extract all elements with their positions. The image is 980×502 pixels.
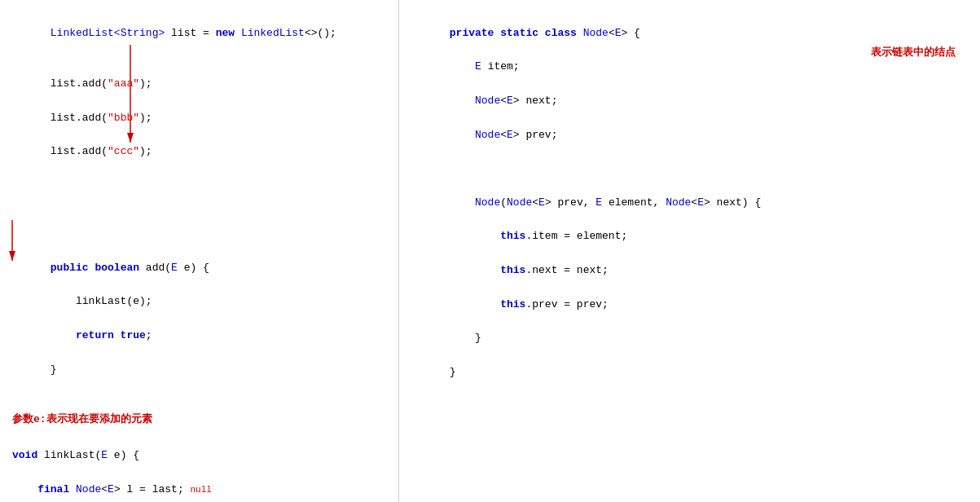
node-class-code: private static class Node<E> { E item; N… <box>411 8 968 398</box>
right-panel: private static class Node<E> { E item; N… <box>399 0 980 502</box>
left-panel: LinkedList<String> list = new LinkedList… <box>0 0 399 502</box>
add-method-code: public boolean add(E e) { linkLast(e); r… <box>12 243 386 395</box>
annotation-node: 表示链表中的结点 <box>871 45 956 59</box>
main-container: LinkedList<String> list = new LinkedList… <box>0 0 980 502</box>
annotation-params: 参数e:表示现在要添加的元素 <box>12 412 386 426</box>
linklast-code: void linkLast(E e) { final Node<E> l = l… <box>12 430 386 502</box>
top-code-block: LinkedList<String> list = new LinkedList… <box>12 8 386 178</box>
